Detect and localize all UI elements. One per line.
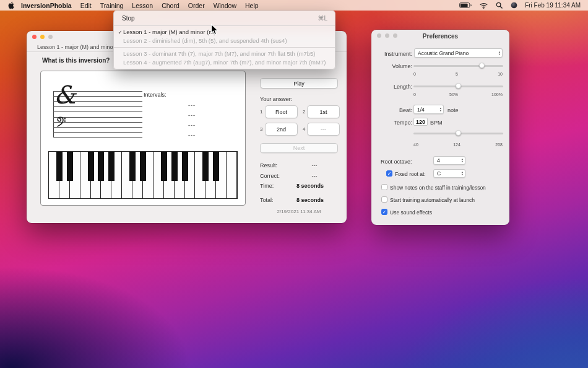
instrument-popup[interactable]: Acoustic Grand Piano ▴▾ (414, 48, 503, 58)
fixed-root-popup[interactable]: C ▴▾ (433, 169, 465, 178)
next-button[interactable]: Next (260, 143, 338, 153)
length-ticks: 050%100% (413, 92, 503, 97)
piano-keyboard (48, 151, 238, 199)
start-training-label: Start training automatically at launch (390, 197, 475, 203)
beat-popup[interactable]: 1/4 ▴▾ (413, 105, 444, 114)
piano-black-key[interactable] (171, 152, 178, 181)
volume-slider-track[interactable] (413, 65, 503, 67)
check-icon: ✓ (387, 171, 392, 177)
volume-label: Volume: (371, 63, 412, 69)
root-octave-label: Root octave: (381, 159, 424, 165)
answer-root-button[interactable]: Root (265, 105, 298, 118)
piano-black-key[interactable] (56, 152, 63, 181)
piano-black-key[interactable] (202, 152, 209, 181)
start-training-checkbox[interactable] (381, 196, 387, 203)
session-timestamp: 2/19/2021 11:34 AM (260, 209, 338, 214)
menu-item-order[interactable]: Order (188, 2, 205, 9)
search-icon[interactable] (496, 2, 503, 9)
piano-black-key[interactable] (67, 152, 73, 181)
length-slider-thumb[interactable] (456, 83, 461, 89)
close-button[interactable] (32, 35, 37, 39)
staff-line (53, 132, 142, 133)
piano-black-key[interactable] (98, 152, 104, 181)
staff-panel: & Intervals: --- --- --- --- (40, 71, 246, 206)
root-octave-popup[interactable]: 4 ▴▾ (433, 156, 465, 165)
show-notes-checkbox[interactable] (381, 184, 387, 190)
answer-number: 1 (260, 109, 262, 115)
show-notes-label: Show notes on the staff in training/less… (390, 185, 486, 191)
answer-2nd-button[interactable]: 2nd (265, 123, 298, 136)
stop-shortcut: ⌘L (318, 15, 327, 22)
answer-number: 2 (303, 109, 305, 115)
menu-item-lesson-4[interactable]: Lesson 4 - augmented 7th (aug7), minor 7… (114, 58, 335, 67)
lesson-1-label: Lesson 1 - major (M) and minor (m) (123, 28, 215, 36)
answer-number: 4 (303, 126, 305, 132)
menu-item-help[interactable]: Help (245, 2, 259, 9)
menu-item-lesson-1[interactable]: ✓ Lesson 1 - major (M) and minor (m) (114, 28, 335, 37)
piano-black-key[interactable] (140, 152, 146, 181)
interval-value: --- (188, 122, 196, 128)
piano-black-key[interactable] (161, 152, 167, 181)
intervals-label: Intervals: (144, 92, 166, 98)
time-label: Time: (260, 183, 274, 189)
staff-line (53, 111, 142, 112)
menu-item-training[interactable]: Training (100, 2, 124, 9)
menu-item-lesson-2[interactable]: Lesson 2 - diminished (dim), 5th (5), an… (114, 37, 335, 45)
answer-3rd-button[interactable]: --- (307, 123, 340, 136)
staff-line (53, 127, 142, 128)
fixed-root-checkbox[interactable]: ✓ (386, 170, 392, 177)
menu-separator (114, 25, 335, 26)
battery-icon[interactable] (459, 2, 472, 8)
menu-item-window[interactable]: Window (214, 2, 236, 9)
menu-item-edit[interactable]: Edit (80, 2, 92, 9)
time-value: 8 seconds (296, 183, 324, 189)
tempo-label: Tempo: (371, 120, 412, 126)
piano-black-key[interactable] (108, 152, 115, 181)
staff-line (53, 122, 142, 123)
tempo-slider[interactable] (413, 129, 503, 137)
length-slider[interactable] (413, 82, 503, 90)
menu-item-chord[interactable]: Chord (162, 2, 179, 9)
sound-effects-checkbox[interactable]: ✓ (381, 209, 387, 215)
instrument-label: Instrument: (371, 51, 412, 57)
popup-arrows-icon: ▴▾ (460, 158, 465, 162)
popup-arrows-icon: ▴▾ (438, 107, 443, 112)
staff-line (53, 117, 142, 118)
interval-value: --- (188, 132, 196, 138)
question-heading: What is this inversion? (42, 57, 110, 64)
interval-value: --- (188, 102, 196, 108)
beat-value: 1/4 (417, 107, 425, 113)
piano-black-key[interactable] (88, 152, 94, 181)
minimize-button[interactable] (40, 35, 45, 39)
piano-black-key[interactable] (182, 152, 188, 181)
window-title: Lesson 1 - major (M) and minor (m) (37, 44, 125, 50)
menu-item-lesson[interactable]: Lesson (132, 2, 153, 9)
root-octave-value: 4 (437, 157, 440, 164)
tempo-input[interactable] (413, 118, 428, 126)
lesson-4-label: Lesson 4 - augmented 7th (aug7), minor 7… (123, 59, 326, 66)
play-button[interactable]: Play (260, 78, 338, 89)
wifi-icon[interactable] (480, 2, 488, 9)
answer-1st-button[interactable]: 1st (307, 105, 340, 118)
mouse-cursor (210, 24, 218, 38)
siri-icon[interactable] (511, 2, 517, 9)
piano-black-key[interactable] (213, 152, 219, 181)
menubar-clock[interactable]: Fri Feb 19 11:34 AM (525, 2, 581, 9)
volume-slider-thumb[interactable] (479, 63, 485, 68)
volume-slider[interactable] (413, 62, 503, 69)
menubar: InversionPhobia Edit Training Lesson Cho… (0, 0, 588, 11)
piano-white-key[interactable] (227, 152, 237, 198)
apple-menu-icon[interactable] (7, 1, 14, 9)
menu-item-lesson-3[interactable]: Lesson 3 - dominant 7th (7), major 7th (… (114, 50, 335, 58)
piano-black-key[interactable] (129, 152, 136, 181)
app-menu-title[interactable]: InversionPhobia (21, 2, 72, 9)
instrument-value: Acoustic Grand Piano (418, 50, 469, 56)
lesson-2-label: Lesson 2 - diminished (dim), 5th (5), an… (123, 37, 287, 45)
lesson-menu-dropdown: Stop ⌘L ✓ Lesson 1 - major (M) and minor… (113, 11, 335, 69)
menu-item-stop[interactable]: Stop ⌘L (114, 13, 335, 24)
preferences-title: Preferences (371, 33, 509, 40)
interval-value: --- (188, 112, 196, 118)
tempo-slider-thumb[interactable] (456, 130, 461, 136)
zoom-button[interactable] (48, 35, 53, 39)
desktop: InversionPhobia Edit Training Lesson Cho… (0, 0, 588, 368)
